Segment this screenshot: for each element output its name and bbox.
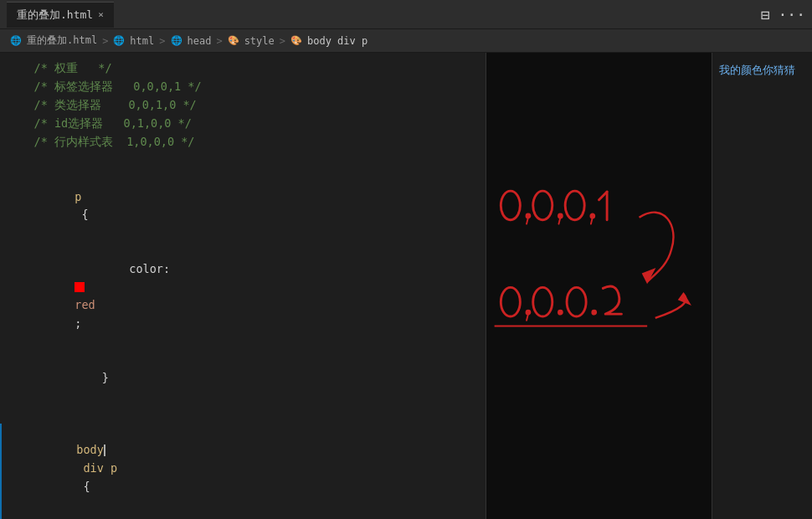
code-line-1: /* 权重 */ <box>0 59 486 78</box>
breadcrumb-icon-style: 🎨 <box>228 35 239 46</box>
preview-sidebar: 我的颜色你猜猜 <box>712 53 812 519</box>
code-line-4: /* id选择器 0,1,0,0 */ <box>0 115 486 133</box>
breadcrumb-html[interactable]: html <box>130 35 154 47</box>
line-text-4: /* id选择器 0,1,0,0 */ <box>7 115 472 133</box>
svg-point-12 <box>501 287 520 316</box>
breadcrumb-icon-file: 🌐 <box>10 35 22 46</box>
handwriting-svg <box>486 53 712 519</box>
line-text-12: color: blue ; <box>8 514 472 519</box>
code-line-9: } <box>0 351 486 405</box>
code-line-7: p { <box>0 170 486 242</box>
title-bar-actions: ⊟ ··· <box>761 6 805 23</box>
breadcrumb-sep-4: > <box>280 35 285 47</box>
svg-line-2 <box>527 218 528 224</box>
breadcrumb: 🌐 重的叠加.html > 🌐 html > 🌐 head > 🎨 style … <box>0 29 812 53</box>
preview-page-link[interactable]: 我的颜色你猜猜 <box>719 63 805 78</box>
more-options-icon[interactable]: ··· <box>778 6 805 23</box>
code-line-11: body div p { <box>0 424 486 514</box>
line-text-5: /* 行内样式表 1,0,0,0 */ <box>7 133 472 152</box>
line-text-6 <box>7 152 472 170</box>
breadcrumb-current[interactable]: body div p <box>307 35 367 47</box>
line-text-3: /* 类选择器 0,0,1,0 */ <box>7 96 472 115</box>
svg-line-8 <box>591 218 593 224</box>
svg-point-18 <box>593 311 596 314</box>
breadcrumb-icon-head: 🌐 <box>171 35 182 46</box>
line-text-11: body div p { <box>8 424 472 514</box>
svg-point-3 <box>533 191 552 220</box>
preview-canvas <box>486 53 712 519</box>
svg-point-17 <box>567 287 586 316</box>
code-content: /* 权重 */ /* 标签选择器 0,0,0,1 */ /* 类选择器 0,0… <box>0 53 486 519</box>
breadcrumb-icon-selector: 🎨 <box>290 35 302 46</box>
split-editor-icon[interactable]: ⊟ <box>761 6 770 23</box>
line-text-8: color: red ; <box>7 242 472 351</box>
preview-section: 我的颜色你猜猜 <box>486 53 812 519</box>
line-text-1: /* 权重 */ <box>7 59 472 78</box>
breadcrumb-file[interactable]: 重的叠加.html <box>27 33 97 48</box>
svg-marker-20 <box>680 294 690 304</box>
line-text-7: p { <box>7 170 472 242</box>
main-layout: /* 权重 */ /* 标签选择器 0,0,0,1 */ /* 类选择器 0,0… <box>0 53 812 519</box>
code-line-6 <box>0 152 486 170</box>
breadcrumb-sep-2: > <box>159 35 165 47</box>
code-line-12: color: blue ; <box>0 514 486 519</box>
svg-line-14 <box>527 314 528 321</box>
line-text-10 <box>7 405 472 424</box>
title-bar: 重的叠加.html × ⊟ ··· <box>0 0 812 29</box>
svg-point-6 <box>565 191 584 220</box>
svg-marker-11 <box>643 270 653 281</box>
code-line-5: /* 行内样式表 1,0,0,0 */ <box>0 133 486 152</box>
code-line-3: /* 类选择器 0,0,1,0 */ <box>0 96 486 115</box>
editor-tab[interactable]: 重的叠加.html × <box>7 2 114 28</box>
line-text-2: /* 标签选择器 0,0,0,1 */ <box>7 78 472 96</box>
code-line-2: /* 标签选择器 0,0,0,1 */ <box>0 78 486 96</box>
svg-point-15 <box>533 287 552 316</box>
code-line-8: color: red ; <box>0 242 486 351</box>
breadcrumb-icon-html: 🌐 <box>113 35 125 46</box>
svg-line-5 <box>558 218 560 224</box>
code-line-10 <box>0 405 486 424</box>
breadcrumb-style[interactable]: style <box>244 35 275 47</box>
svg-point-16 <box>558 311 562 314</box>
breadcrumb-sep-3: > <box>216 35 222 47</box>
svg-point-0 <box>501 191 520 220</box>
line-text-9: } <box>7 351 472 405</box>
tab-label: 重的叠加.html <box>17 8 93 23</box>
tab-close-icon[interactable]: × <box>98 9 104 20</box>
breadcrumb-sep-1: > <box>102 35 108 47</box>
code-editor[interactable]: /* 权重 */ /* 标签选择器 0,0,0,1 */ /* 类选择器 0,0… <box>0 53 486 519</box>
breadcrumb-head[interactable]: head <box>188 35 212 47</box>
